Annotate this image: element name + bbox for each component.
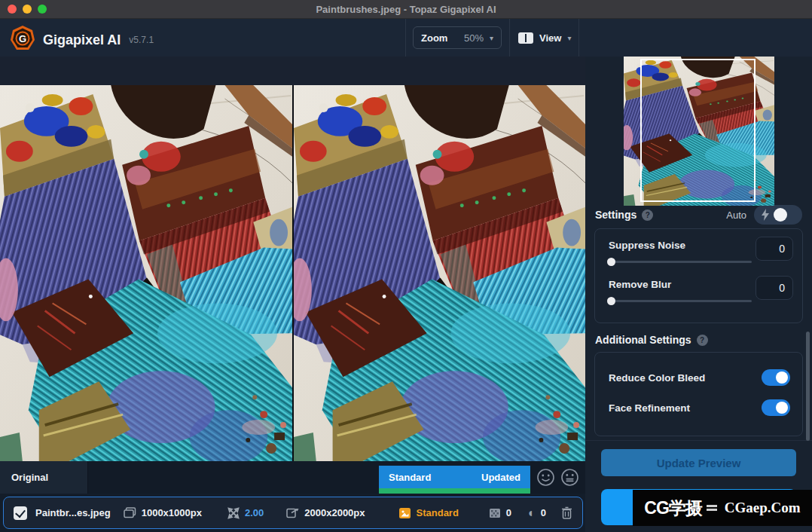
zoom-value: 50% — [464, 32, 484, 44]
app-logo-icon: G — [9, 25, 36, 55]
toolbar-separator — [578, 19, 579, 57]
chevron-down-icon: ▾ — [567, 34, 571, 42]
suppress-noise-label: Suppress Noise — [609, 240, 685, 251]
lightning-icon — [762, 209, 769, 221]
updated-indicator — [379, 488, 530, 494]
svg-text:G: G — [19, 33, 26, 44]
update-preview-button[interactable]: Update Preview — [601, 449, 796, 476]
watermark-site: CGaep.Com — [725, 500, 801, 516]
toolbar-separator — [509, 19, 510, 57]
image-icon — [124, 507, 136, 518]
file-checkbox[interactable] — [14, 506, 27, 520]
close-button[interactable] — [8, 5, 17, 14]
fullscreen-button[interactable] — [38, 5, 47, 14]
settings-heading: Settings — [595, 209, 636, 221]
blur-icon: ◐ — [528, 507, 536, 519]
tab-original[interactable]: Original — [0, 461, 88, 494]
watermark-tagline-mark — [707, 505, 717, 511]
gigapixel-window: Paintbrushes.jpeg - Topaz Gigapixel AI G… — [0, 0, 812, 532]
tab-original-label: Original — [11, 472, 48, 483]
remove-blur-value: 0 — [779, 282, 785, 294]
toggle-knob — [776, 402, 788, 414]
export-icon — [286, 507, 299, 518]
panel-scrollbar[interactable] — [806, 332, 810, 441]
remove-blur-label: Remove Blur — [609, 279, 671, 290]
suppress-noise-value: 0 — [779, 243, 785, 255]
view-label: View — [539, 32, 561, 44]
input-size: 1000x1000px — [142, 507, 202, 518]
file-name: Paintbr...es.jpeg — [35, 507, 111, 518]
app-name: Gigapixel AI — [43, 32, 121, 48]
processed-image-pane[interactable] — [294, 85, 585, 461]
remove-blur-slider-knob[interactable] — [607, 297, 615, 305]
preview-navigator[interactable] — [624, 57, 774, 206]
resize-icon — [227, 507, 240, 519]
app-version: v5.7.1 — [129, 35, 154, 45]
navigator-viewport[interactable] — [640, 59, 756, 202]
additional-settings-heading: Additional Settings — [595, 334, 691, 346]
file-row[interactable]: Paintbr...es.jpeg 1000x1000px 2.00 2000x… — [3, 497, 583, 529]
remove-blur-slider[interactable] — [609, 300, 752, 302]
tab-updated[interactable]: Updated — [481, 472, 520, 483]
output-size: 2000x2000px — [304, 507, 365, 518]
help-icon[interactable]: ? — [642, 209, 653, 221]
toolbar-separator — [405, 19, 406, 57]
settings-panel: Settings ? Auto Suppress Noise 0 Remove … — [585, 57, 812, 532]
suppress-noise-slider-knob[interactable] — [607, 258, 615, 266]
panel-divider — [585, 440, 812, 441]
minimize-button[interactable] — [23, 5, 32, 14]
help-icon[interactable]: ? — [697, 335, 708, 346]
feedback-neutral-button[interactable] — [560, 468, 579, 487]
model-name: Standard — [417, 507, 459, 518]
zoom-dropdown[interactable]: Zoom 50% ▾ — [413, 26, 502, 49]
auto-toggle-knob — [774, 208, 787, 222]
window-title: Paintbrushes.jpeg - Topaz Gigapixel AI — [316, 4, 496, 15]
model-tabs: Standard Updated — [379, 466, 530, 494]
auto-label: Auto — [726, 209, 746, 221]
trash-icon[interactable] — [561, 506, 572, 519]
update-preview-label: Update Preview — [657, 457, 741, 469]
reduce-color-bleed-toggle[interactable] — [762, 369, 790, 386]
scale-value: 2.00 — [245, 507, 264, 518]
watermark-logo: CG学摄 — [644, 497, 702, 520]
suppress-noise-valuebox[interactable]: 0 — [756, 237, 793, 261]
suppress-noise-slider[interactable] — [609, 261, 752, 263]
remove-blur-valuebox[interactable]: 0 — [756, 276, 793, 300]
toggle-knob — [776, 371, 788, 384]
noise-icon — [489, 508, 501, 518]
toolbar: G Gigapixel AI v5.7.1 Zoom 50% ▾ View ▾ — [0, 19, 812, 57]
blur-value: 0 — [541, 507, 546, 518]
view-dropdown[interactable]: View ▾ — [518, 26, 571, 49]
tab-standard[interactable]: Standard — [389, 472, 431, 483]
viewer-tabsrow: Original Standard Updated — [0, 461, 585, 494]
preview-viewer — [0, 57, 585, 461]
feedback-happy-button[interactable] — [536, 468, 555, 487]
face-refinement-label: Face Refinement — [609, 402, 690, 414]
split-view-icon — [518, 32, 533, 44]
sliders-group: Suppress Noise 0 Remove Blur 0 — [594, 228, 803, 323]
watermark-banner: CG学摄 CGaep.Com — [633, 490, 812, 526]
titlebar: Paintbrushes.jpeg - Topaz Gigapixel AI — [0, 0, 812, 19]
face-refinement-toggle[interactable] — [762, 399, 790, 416]
chevron-down-icon: ▾ — [490, 34, 493, 42]
original-image-pane[interactable] — [0, 85, 292, 461]
reduce-color-bleed-label: Reduce Color Bleed — [609, 372, 705, 384]
zoom-label: Zoom — [421, 32, 447, 44]
auto-toggle[interactable] — [754, 205, 802, 225]
noise-value: 0 — [506, 507, 511, 518]
model-icon — [398, 507, 411, 519]
toggles-group: Reduce Color Bleed Face Refinement — [594, 352, 803, 436]
